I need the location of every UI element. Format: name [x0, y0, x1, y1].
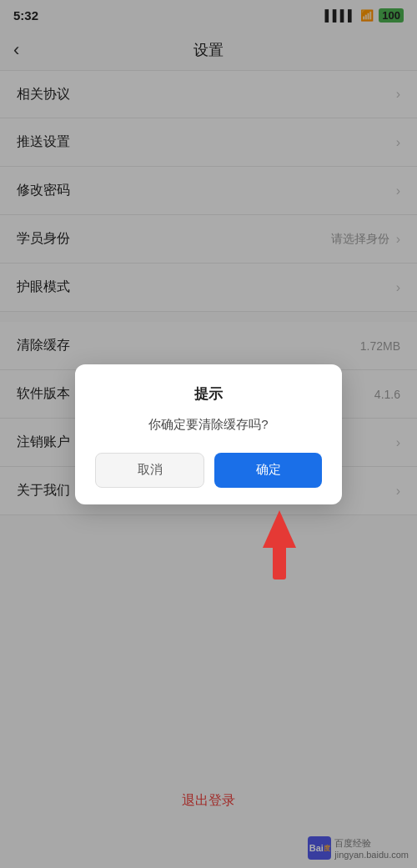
- confirm-button[interactable]: 确定: [214, 453, 322, 488]
- dialog-title: 提示: [95, 384, 322, 404]
- arrow-indicator: [263, 510, 296, 580]
- cancel-button[interactable]: 取消: [95, 453, 204, 488]
- confirm-dialog: 提示 你确定要清除缓存吗? 取消 确定: [75, 364, 342, 504]
- modal-overlay: 提示 你确定要清除缓存吗? 取消 确定: [0, 0, 417, 868]
- dialog-buttons: 取消 确定: [95, 453, 322, 488]
- dialog-message: 你确定要清除缓存吗?: [95, 417, 322, 433]
